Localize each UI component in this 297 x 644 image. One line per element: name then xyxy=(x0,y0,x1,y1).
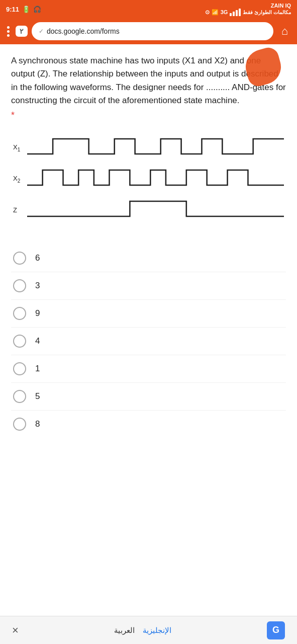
lang-english[interactable]: الإنجليزية xyxy=(143,626,171,635)
radio-1[interactable] xyxy=(13,362,26,375)
location-icon: ⊙ xyxy=(205,9,210,16)
required-star: * xyxy=(11,110,286,121)
option-label-9: 9 xyxy=(35,308,40,318)
url-arrow: ✓ xyxy=(39,28,44,35)
browser-menu-dots[interactable] xyxy=(5,24,12,39)
x1-waveform xyxy=(27,134,284,161)
lang-arabic[interactable]: العربية xyxy=(114,626,135,635)
x2-waveform xyxy=(27,165,284,192)
battery-icon: 🔋 xyxy=(22,6,30,13)
option-item-4[interactable]: 4 xyxy=(11,328,286,355)
z-waveform xyxy=(27,196,284,223)
status-bar: 9:11 🔋 🎧 ZAIN IQ ⊙ 📶 3G مكالمات الطوارئ … xyxy=(0,0,297,18)
close-button[interactable]: × xyxy=(12,624,19,637)
time-display: 9:11 xyxy=(6,6,19,13)
option-item-8[interactable]: 8 xyxy=(11,411,286,438)
option-item-1[interactable]: 1 xyxy=(11,355,286,383)
url-bar[interactable]: ✓ docs.google.com/forms xyxy=(32,22,273,40)
radio-9[interactable] xyxy=(13,307,26,320)
waveform-x2-row: X2 xyxy=(13,165,284,192)
option-item-5[interactable]: 5 xyxy=(11,383,286,411)
provider-name: ZAIN IQ xyxy=(271,3,291,9)
status-icons: ⊙ 📶 3G مكالمات الطوارئ فقط xyxy=(205,9,291,16)
status-left: 9:11 🔋 🎧 xyxy=(6,6,41,13)
question-body: A synchronous state machine has two inpu… xyxy=(11,56,286,105)
option-label-6: 6 xyxy=(35,253,40,263)
radio-5[interactable] xyxy=(13,390,26,403)
options-list: 6 3 9 4 1 5 8 xyxy=(11,245,286,438)
radio-6[interactable] xyxy=(13,252,26,265)
option-label-1: 1 xyxy=(35,364,40,374)
option-item-9[interactable]: 9 xyxy=(11,300,286,328)
option-item-3[interactable]: 3 xyxy=(11,272,286,300)
tab-count-badge[interactable]: ٢ xyxy=(16,26,28,37)
bottom-bar: × العربية الإنجليزية G xyxy=(0,616,297,644)
x1-label: X1 xyxy=(13,143,27,152)
home-button[interactable]: ⌂ xyxy=(277,23,292,40)
option-label-3: 3 xyxy=(35,281,40,291)
main-content: A synchronous state machine has two inpu… xyxy=(0,44,297,616)
z-label: Z xyxy=(13,206,27,214)
x2-label: X2 xyxy=(13,175,27,184)
google-button[interactable]: G xyxy=(267,621,285,639)
status-right: ZAIN IQ ⊙ 📶 3G مكالمات الطوارئ فقط xyxy=(205,3,291,16)
question-text: A synchronous state machine has two inpu… xyxy=(11,54,286,107)
radio-4[interactable] xyxy=(13,335,26,348)
language-switcher: العربية الإنجليزية xyxy=(114,626,171,635)
option-label-4: 4 xyxy=(35,336,40,346)
browser-bar: ٢ ✓ docs.google.com/forms ⌂ xyxy=(0,18,297,44)
network-label: 3G xyxy=(221,9,228,15)
url-text[interactable]: docs.google.com/forms xyxy=(47,27,266,35)
wifi-icon: 📶 xyxy=(212,9,219,16)
signal-bars xyxy=(230,9,241,16)
radio-8[interactable] xyxy=(13,418,26,431)
waveform-diagram: X1 X2 Z xyxy=(11,129,286,232)
option-label-8: 8 xyxy=(35,419,40,429)
waveform-z-row: Z xyxy=(13,196,284,223)
option-item-6[interactable]: 6 xyxy=(11,245,286,272)
radio-3[interactable] xyxy=(13,279,26,292)
provider-subtext: مكالمات الطوارئ فقط xyxy=(243,10,291,15)
waveform-x1-row: X1 xyxy=(13,134,284,161)
headphone-icon: 🎧 xyxy=(33,6,41,13)
option-label-5: 5 xyxy=(35,391,40,401)
